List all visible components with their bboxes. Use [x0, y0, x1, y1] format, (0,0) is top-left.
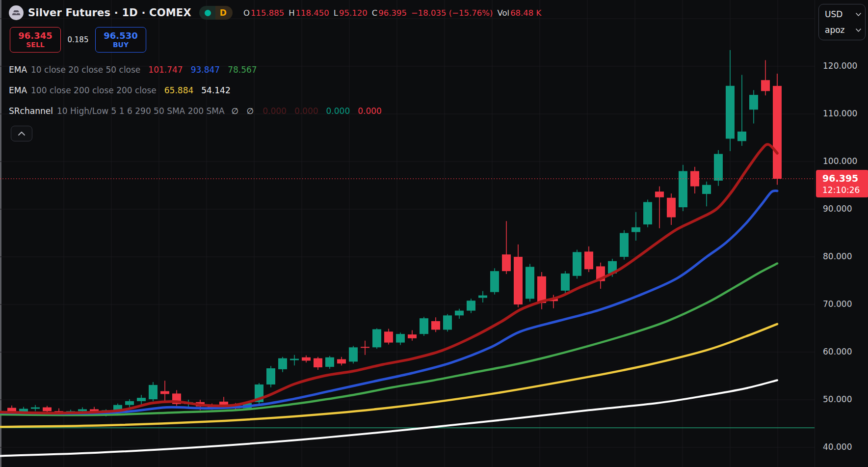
axis-price-label: 80.000 — [823, 251, 852, 261]
indicator-collapse-button[interactable] — [11, 126, 32, 141]
indicator-params: 100 close 200 close 200 close — [31, 85, 157, 95]
timeframe-label: D — [215, 6, 233, 20]
sell-button[interactable]: 96.345 SELL — [10, 27, 61, 53]
low-label: L — [334, 8, 338, 18]
sell-label: SELL — [26, 41, 45, 49]
axis-price-label: 60.000 — [823, 347, 852, 357]
indicator-params: 10 close 20 close 50 close — [31, 65, 140, 75]
ema100-value: 65.884 — [164, 85, 193, 95]
volume-label: Vol — [497, 8, 509, 18]
silver-futures-icon[interactable] — [9, 5, 24, 20]
ema200-value: 54.142 — [201, 85, 230, 95]
market-status-dot — [205, 10, 211, 16]
ohlc-readout: O 115.885 H 118.450 L 95.120 C 96.395 −1… — [243, 8, 542, 18]
close-value: 96.395 — [378, 8, 407, 18]
empty-set-icon: ∅ — [246, 106, 255, 116]
axis-price-label: 40.000 — [823, 442, 852, 452]
open-label: O — [243, 8, 250, 18]
sr-value-1: 0.000 — [263, 106, 287, 116]
account-selector[interactable]: apoz — [825, 25, 861, 35]
chart-title[interactable]: Silver Futures · 1D · COMEX — [28, 7, 191, 19]
axis-price-label: 120.000 — [823, 61, 857, 71]
last-price-value: 96.395 — [822, 172, 868, 185]
axis-price-label: 100.000 — [823, 156, 857, 166]
low-value: 95.120 — [339, 8, 368, 18]
chevron-down-icon — [856, 13, 861, 16]
account-label: apoz — [825, 25, 845, 35]
buy-price: 96.530 — [104, 31, 137, 41]
price-axis[interactable]: USD apoz 120.000110.000100.00090.00080.0… — [815, 0, 868, 467]
buy-label: BUY — [113, 41, 129, 49]
chevron-up-icon — [18, 132, 25, 136]
high-label: H — [289, 8, 294, 18]
indicator-name: SRchannel — [9, 106, 53, 116]
axis-price-label: 70.000 — [823, 299, 852, 309]
volume-value: 68.48 K — [510, 8, 541, 18]
sr-value-4: 0.000 — [358, 106, 382, 116]
indicator-legend: EMA 10 close 20 close 50 close 101.747 9… — [9, 65, 382, 127]
order-panel: 96.345 SELL 0.185 96.530 BUY — [10, 27, 146, 53]
sr-value-3: 0.000 — [326, 106, 350, 116]
symbol-header: Silver Futures · 1D · COMEX D O 115.885 … — [9, 5, 541, 21]
empty-set-icon: ∅ — [232, 106, 240, 116]
legend-row-ema-slow[interactable]: EMA 100 close 200 close 200 close 65.884… — [9, 85, 382, 97]
ema10-value: 101.747 — [148, 65, 183, 75]
currency-selector[interactable]: USD — [825, 9, 861, 19]
last-price-tag: 96.395 12:10:26 — [816, 170, 868, 197]
axis-price-label: 90.000 — [823, 204, 852, 214]
indicator-params: 10 High/Low 5 1 6 290 50 SMA 200 SMA — [57, 106, 225, 116]
window-root: Silver Futures · 1D · COMEX D O 115.885 … — [0, 0, 868, 467]
indicator-name: EMA — [9, 85, 27, 95]
spread-value: 0.185 — [61, 35, 95, 44]
axis-settings-box: USD apoz — [818, 4, 866, 40]
sell-price: 96.345 — [18, 31, 52, 41]
legend-row-ema-fast[interactable]: EMA 10 close 20 close 50 close 101.747 9… — [9, 65, 382, 77]
axis-price-label: 50.000 — [823, 394, 852, 404]
currency-label: USD — [825, 9, 842, 19]
countdown-timer: 12:10:26 — [822, 185, 868, 195]
chevron-down-icon — [856, 28, 861, 32]
ema50-value: 78.567 — [228, 65, 257, 75]
sr-value-2: 0.000 — [294, 106, 318, 116]
timeframe-chip[interactable]: D — [199, 6, 233, 20]
indicator-name: EMA — [9, 65, 27, 75]
high-value: 118.450 — [296, 8, 329, 18]
ema20-value: 93.847 — [191, 65, 220, 75]
buy-button[interactable]: 96.530 BUY — [95, 27, 146, 53]
open-value: 115.885 — [251, 8, 284, 18]
legend-row-srchannel[interactable]: SRchannel 10 High/Low 5 1 6 290 50 SMA 2… — [9, 106, 382, 118]
change-value: −18.035 (−15.76%) — [411, 8, 493, 18]
axis-price-label: 110.000 — [823, 109, 857, 118]
close-label: C — [372, 8, 378, 18]
